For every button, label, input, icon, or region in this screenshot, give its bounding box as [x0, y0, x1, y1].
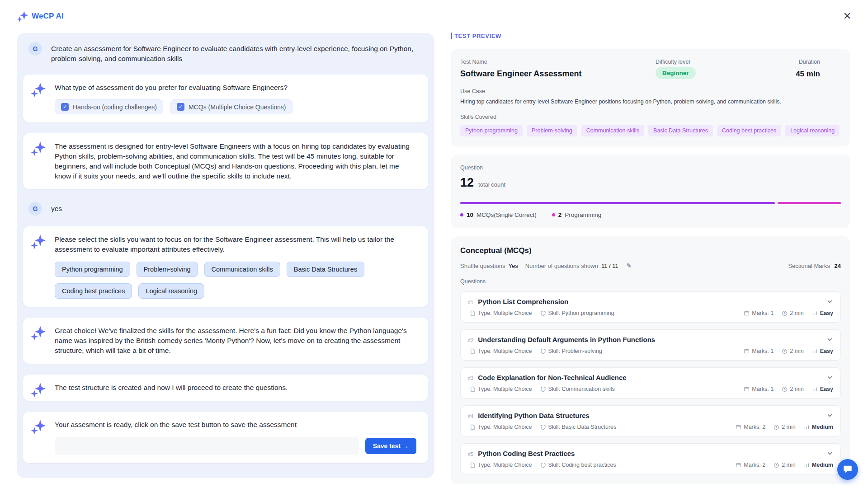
mcq-bar-segment	[460, 202, 775, 204]
question-total-caption: total count	[478, 181, 505, 188]
question-skill: Skill: Coding best practices	[548, 462, 616, 468]
skill-chip[interactable]: Problem-solving	[137, 262, 198, 277]
reply-input[interactable]	[55, 437, 359, 455]
legend-label: Programming	[565, 211, 601, 218]
document-icon	[470, 386, 476, 392]
shown-value: 11 / 11	[601, 263, 618, 269]
skill-chip[interactable]: Communication skills	[204, 262, 280, 277]
save-test-button[interactable]: Save test →	[365, 438, 416, 454]
clock-icon	[782, 386, 788, 392]
legend-mcqs: 10 MCQs(Single Correct)	[460, 211, 537, 218]
legend-count: 2	[558, 211, 562, 218]
difficulty-badge: Beginner	[656, 67, 696, 79]
option-hands-on[interactable]: ✓ Hands-on (coding challenges)	[55, 99, 163, 114]
question-row[interactable]: #2 Understanding Default Arguments in Py…	[460, 329, 841, 361]
app-logo-text: WeCP AI	[32, 12, 64, 21]
questions-label: Questions	[460, 278, 841, 285]
question-title: Understanding Default Arguments in Pytho…	[478, 336, 655, 343]
skill-options: Python programming Problem-solving Commu…	[55, 262, 389, 299]
legend-dot-icon	[460, 213, 463, 216]
chevron-down-icon[interactable]	[826, 336, 833, 343]
shield-icon	[540, 462, 546, 468]
edit-icon[interactable]: ✎	[627, 262, 632, 269]
chevron-down-icon[interactable]	[826, 450, 833, 457]
question-label: Question	[460, 164, 841, 171]
question-marks: Marks: 2	[744, 462, 765, 468]
option-mcqs[interactable]: ✓ MCQs (Multiple Choice Questions)	[170, 99, 292, 114]
test-name: Software Engineer Assessment	[460, 69, 656, 79]
question-row[interactable]: #5 Python Coding Best Practices Type: Mu…	[460, 443, 841, 474]
user-message-text: Create an assessment for Software Engine…	[51, 42, 417, 64]
chevron-down-icon[interactable]	[826, 374, 833, 381]
skill-tag: Problem-solving	[527, 125, 577, 136]
skill-tag: Logical reasoning	[785, 125, 840, 136]
question-row[interactable]: #1 Python List Comprehension Type: Multi…	[460, 291, 841, 323]
question-row[interactable]: #4 Identifying Python Data Structures Ty…	[460, 405, 841, 436]
ai-message: The assessment is designed for entry-lev…	[23, 133, 428, 189]
ai-message-text: The assessment is designed for entry-lev…	[55, 141, 416, 181]
skill-chip[interactable]: Basic Data Structures	[287, 262, 364, 277]
sparkle-icon	[30, 418, 46, 435]
clock-icon	[782, 348, 788, 354]
question-type: Type: Multiple Choice	[478, 348, 532, 354]
shield-icon	[540, 348, 546, 354]
question-number: #5	[468, 450, 473, 457]
clock-icon	[774, 462, 779, 468]
skill-chip[interactable]: Coding best practices	[55, 283, 132, 299]
question-time: 2 min	[790, 310, 804, 316]
question-title: Python Coding Best Practices	[478, 450, 575, 457]
ai-message-text: Great choice! We've finalized the skills…	[55, 326, 416, 356]
option-label: MCQs (Multiple Choice Questions)	[189, 103, 286, 111]
ai-message: What type of assessment do you prefer fo…	[23, 75, 428, 122]
question-row[interactable]: #3 Code Explanation for Non-Technical Au…	[460, 367, 841, 399]
shown-label: Number of questions shown	[525, 263, 598, 269]
marks-icon	[736, 462, 741, 468]
question-difficulty: Easy	[820, 386, 833, 392]
question-number: #3	[468, 375, 473, 381]
marks-icon	[744, 386, 750, 392]
question-skill: Skill: Communication skills	[548, 386, 615, 392]
clock-icon	[782, 310, 788, 316]
question-difficulty: Medium	[812, 462, 833, 468]
legend-programming: 2 Programming	[552, 211, 602, 218]
question-marks: Marks: 1	[752, 310, 774, 316]
checkbox-checked-icon: ✓	[177, 103, 184, 111]
user-avatar: G	[28, 42, 42, 56]
document-icon	[470, 424, 476, 430]
question-summary-card: Question 12 total count 10 MCQs(Single C…	[451, 155, 850, 228]
option-label: Hands-on (coding challenges)	[73, 103, 157, 111]
chevron-down-icon[interactable]	[826, 298, 833, 305]
question-marks: Marks: 1	[752, 386, 774, 392]
test-info-card: Test Name Software Engineer Assessment D…	[451, 49, 850, 146]
skill-chip[interactable]: Logical reasoning	[138, 283, 204, 299]
clock-icon	[774, 424, 779, 430]
document-icon	[470, 310, 476, 316]
legend-count: 10	[467, 211, 473, 218]
difficulty-bars-icon	[804, 424, 810, 430]
save-row: Save test →	[55, 437, 416, 455]
user-avatar: G	[28, 202, 42, 216]
sparkle-icon	[16, 10, 28, 22]
question-difficulty: Easy	[820, 348, 833, 354]
chat-widget-button[interactable]	[837, 459, 858, 480]
ai-message: Great choice! We've finalized the skills…	[23, 318, 428, 364]
shield-icon	[540, 424, 546, 430]
programming-bar-segment	[778, 202, 841, 204]
ai-message-text: What type of assessment do you prefer fo…	[55, 83, 416, 93]
user-message: G Create an assessment for Software Engi…	[23, 40, 428, 64]
user-message-text: yes	[51, 202, 62, 216]
skill-tag: Coding best practices	[717, 125, 781, 136]
preview-title: TEST PREVIEW	[451, 33, 501, 39]
section-title: Conceptual (MCQs)	[460, 246, 841, 255]
sparkle-icon	[30, 381, 46, 398]
question-number: #1	[468, 299, 473, 305]
question-skill: Skill: Basic Data Structures	[548, 424, 617, 430]
close-button[interactable]: ✕	[840, 9, 854, 23]
checkbox-checked-icon: ✓	[61, 103, 69, 111]
skill-tag: Python programming	[460, 125, 523, 136]
question-marks: Marks: 2	[744, 424, 765, 430]
app-logo: WeCP AI	[16, 10, 64, 22]
chevron-down-icon[interactable]	[826, 412, 833, 419]
skill-chip[interactable]: Python programming	[55, 262, 130, 277]
question-skill: Skill: Problem-solving	[548, 348, 602, 354]
